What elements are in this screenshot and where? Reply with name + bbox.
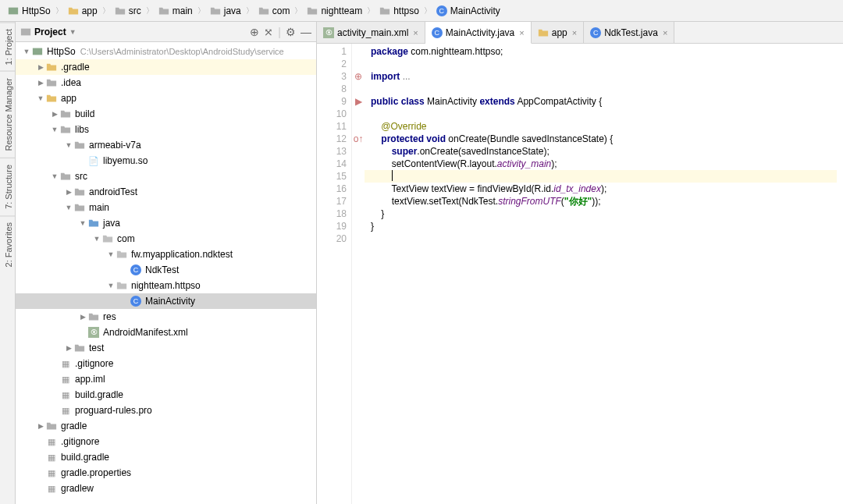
expand-arrow-icon[interactable]: ▼ (78, 219, 87, 227)
code-line[interactable] (371, 232, 843, 245)
editor-tab[interactable]: CNdkTest.java× (584, 22, 674, 43)
code-line[interactable]: TextView textView = findViewById(R.id.id… (371, 183, 843, 195)
tree-node[interactable]: ▦build.gradle (16, 449, 316, 465)
tree-node[interactable]: ▶gradle (16, 418, 316, 434)
tree-node[interactable]: ▦.gitignore (16, 356, 316, 371)
code-line[interactable]: super.onCreate(savedInstanceState); (371, 145, 843, 158)
breadcrumb-item[interactable]: HttpSo (5, 5, 54, 16)
expand-arrow-icon[interactable]: ▶ (36, 79, 45, 87)
expand-arrow-icon[interactable]: ▶ (36, 63, 45, 71)
close-icon[interactable]: × (572, 28, 577, 37)
code-line[interactable]: textView.setText(NdkTest.stringFromUTF("… (371, 195, 843, 208)
tree-node[interactable]: ▦.gitignore (16, 434, 316, 449)
editor-tab[interactable]: ⦿activity_main.xml× (317, 22, 425, 43)
tree-node[interactable]: ▼com (16, 231, 316, 247)
tool-window-bar-left: 1: ProjectResource Manager7: Structure2:… (0, 22, 16, 504)
breadcrumb-item[interactable]: nightteam (304, 5, 365, 16)
tree-node[interactable]: ▼nightteam.httpso (16, 278, 316, 293)
expand-arrow-icon[interactable]: ▼ (106, 250, 116, 258)
code-line[interactable]: @Override (371, 120, 843, 133)
code-line[interactable]: } (371, 220, 843, 232)
close-icon[interactable]: × (663, 28, 667, 37)
breadcrumb-item[interactable]: httpso (376, 5, 422, 16)
project-view-selector[interactable]: Project ▼ (20, 27, 250, 37)
code-line[interactable]: package com.nightteam.httpso; (371, 45, 843, 58)
expand-arrow-icon[interactable]: ▼ (92, 235, 101, 243)
code-line[interactable]: } (371, 208, 843, 220)
expand-arrow-icon[interactable]: ▶ (50, 110, 59, 118)
expand-arrow-icon[interactable]: ▶ (64, 344, 73, 352)
code-line[interactable] (365, 170, 837, 183)
code-line[interactable] (371, 58, 843, 70)
breadcrumb-item[interactable]: com (255, 5, 293, 16)
breadcrumb-item[interactable]: app (65, 5, 101, 16)
file-g-icon: ▦ (45, 451, 58, 463)
tree-node[interactable]: ▦build.gradle (16, 387, 316, 403)
tree-node[interactable]: ▼java (16, 215, 316, 231)
tree-node[interactable]: ▶androidTest (16, 184, 316, 200)
folder-icon (45, 420, 58, 432)
folder-icon (73, 342, 86, 354)
expand-arrow-icon[interactable]: ▼ (50, 126, 59, 133)
code-line[interactable]: import ... (371, 70, 843, 83)
tree-node[interactable]: ▼HttpSoC:\Users\Administrator\Desktop\An… (16, 44, 316, 59)
line-number: 9 (317, 95, 347, 108)
tree-node[interactable]: ▦proguard-rules.pro (16, 403, 316, 418)
tree-node[interactable]: ▶.gradle (16, 59, 316, 75)
code-line[interactable]: protected void onCreate(Bundle savedInst… (371, 133, 843, 145)
tree-node[interactable]: CMainActivity (16, 293, 316, 309)
code-line[interactable] (371, 108, 843, 120)
tree-node[interactable]: ▼armeabi-v7a (16, 137, 316, 153)
tree-node[interactable]: ▦gradlew (16, 481, 316, 496)
tool-window-tab[interactable]: 1: Project (0, 22, 15, 71)
tree-node[interactable]: ▼src (16, 169, 316, 184)
expand-arrow-icon[interactable]: ▶ (64, 188, 73, 196)
tree-node[interactable]: ▼main (16, 200, 316, 215)
tree-node[interactable]: CNdkTest (16, 262, 316, 278)
expand-arrow-icon[interactable]: ▼ (106, 282, 116, 289)
editor-tab[interactable]: CMainActivity.java× (425, 22, 532, 44)
tree-node[interactable]: ▦gradle.properties (16, 465, 316, 481)
tool-window-tab[interactable]: Resource Manager (0, 71, 15, 158)
tree-node[interactable]: ▶res (16, 309, 316, 325)
tree-node[interactable]: ▦app.iml (16, 371, 316, 387)
expand-arrow-icon[interactable]: ▼ (64, 141, 73, 149)
locate-icon[interactable]: ⊕ (250, 26, 259, 38)
expand-arrow-icon[interactable]: ▼ (22, 48, 31, 55)
breadcrumb-item[interactable]: src (112, 5, 144, 16)
tree-node[interactable]: 📄libyemu.so (16, 153, 316, 169)
expand-arrow-icon[interactable]: ▼ (36, 94, 45, 102)
code-line[interactable]: setContentView(R.layout.activity_main); (371, 158, 843, 170)
tree-node[interactable]: ▶test (16, 340, 316, 356)
tree-node[interactable]: ▶.idea (16, 75, 316, 91)
folder-icon (45, 76, 58, 89)
breadcrumb-item[interactable]: java (207, 5, 244, 16)
project-tree[interactable]: ▼HttpSoC:\Users\Administrator\Desktop\An… (16, 42, 316, 504)
tree-node[interactable]: ▶build (16, 106, 316, 122)
minimize-icon[interactable]: — (301, 26, 311, 38)
project-panel-header: Project ▼ ⊕ ⤧ | ⚙ — (16, 22, 316, 42)
tree-node[interactable]: ▼app (16, 91, 316, 106)
tool-window-tab[interactable]: 2: Favorites (0, 215, 15, 273)
code-line[interactable]: public class MainActivity extends AppCom… (371, 95, 843, 108)
close-icon[interactable]: × (413, 28, 418, 37)
expand-arrow-icon[interactable]: ▶ (36, 422, 45, 430)
tree-node[interactable]: ⦿AndroidManifest.xml (16, 325, 316, 340)
collapse-icon[interactable]: ⤧ (264, 26, 273, 38)
close-icon[interactable]: × (519, 28, 524, 37)
breadcrumb-item[interactable]: main (155, 5, 196, 16)
expand-arrow-icon[interactable]: ▼ (50, 172, 59, 180)
tool-window-tab[interactable]: 7: Structure (0, 158, 15, 215)
tree-node[interactable]: ▼libs (16, 122, 316, 137)
code-content[interactable]: package com.nightteam.httpso;import ...p… (365, 44, 843, 504)
tree-node[interactable]: ▼fw.myapplication.ndktest (16, 247, 316, 262)
expand-arrow-icon[interactable]: ▼ (64, 204, 73, 211)
expand-arrow-icon[interactable]: ▶ (78, 313, 87, 321)
gutter-mark (352, 120, 365, 133)
code-editor[interactable]: 123891011121314151617181920 ⊕▶o↑ package… (317, 44, 843, 504)
settings-icon[interactable]: ⚙ (286, 26, 296, 38)
code-line[interactable] (371, 83, 843, 95)
editor-tab[interactable]: app× (532, 22, 584, 43)
line-number: 11 (317, 120, 347, 133)
breadcrumb-item[interactable]: CMainActivity (433, 5, 503, 16)
